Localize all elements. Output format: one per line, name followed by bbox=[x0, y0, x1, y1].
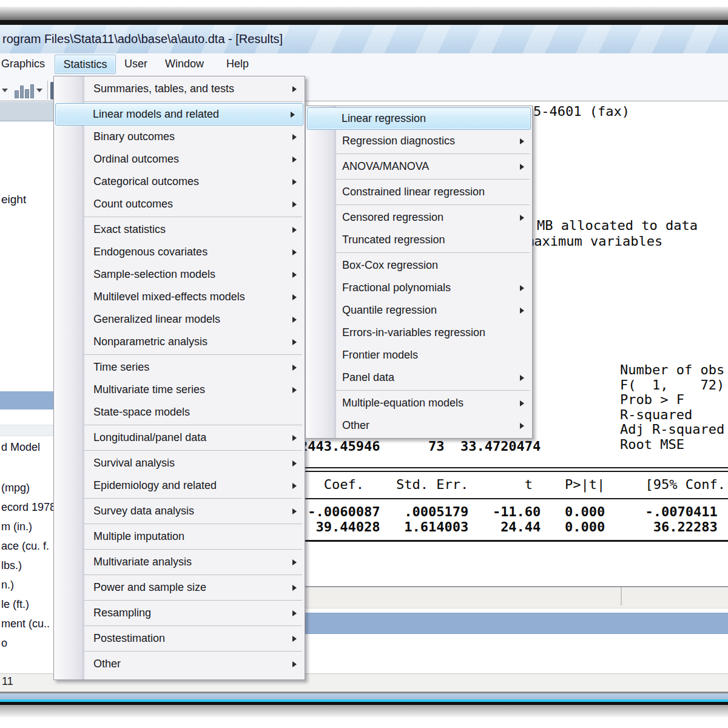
menu-item-other[interactable]: Other bbox=[54, 653, 305, 675]
menu-item-label: State-space models bbox=[93, 406, 190, 419]
menu-item-label: Linear models and related bbox=[93, 108, 219, 121]
menu-item-exact-statistics[interactable]: Exact statistics bbox=[54, 218, 305, 241]
menu-item-label: Nonparametric analysis bbox=[93, 335, 207, 348]
menu-item-sample-selection-models[interactable]: Sample-selection models bbox=[54, 263, 305, 286]
menu-item-time-series[interactable]: Time series bbox=[54, 356, 305, 379]
variable-label-row[interactable]: o bbox=[0, 633, 61, 653]
dropdown-caret-icon[interactable] bbox=[2, 89, 8, 92]
menu-item-power-and-sample-size[interactable]: Power and sample size bbox=[54, 576, 305, 599]
menu-item-censored-regression[interactable]: Censored regression bbox=[306, 206, 532, 229]
menu-item-epidemiology-and-related[interactable]: Epidemiology and related bbox=[54, 474, 305, 497]
menu-item-generalized-linear-models[interactable]: Generalized linear models bbox=[54, 308, 305, 331]
submenu-arrow-icon bbox=[292, 201, 297, 207]
submenu-arrow-icon bbox=[292, 435, 297, 441]
submenu-arrow-icon bbox=[520, 285, 524, 291]
coef-row: -.0060087 .0005179 -11.60 0.000 -.007041… bbox=[300, 504, 718, 519]
menu-item-ordinal-outcomes[interactable]: Ordinal outcomes bbox=[54, 148, 305, 170]
command-frame-divider bbox=[621, 587, 622, 605]
menu-item-label: Count outcomes bbox=[93, 198, 173, 211]
menu-item-panel-data[interactable]: Panel data bbox=[306, 366, 532, 389]
menubar-item-window[interactable]: Window bbox=[165, 53, 204, 75]
results-coef-header: Coef. Std. Err. t P>|t| [95% Conf. bbox=[300, 477, 726, 492]
fit-stat-line: Root MSE bbox=[620, 437, 724, 453]
menubar-item-help[interactable]: Help bbox=[226, 53, 249, 75]
menu-item-regression-diagnostics[interactable]: Regression diagnostics bbox=[306, 130, 532, 152]
menu-item-longitudinal-panel-data[interactable]: Longitudinal/panel data bbox=[54, 426, 305, 449]
menu-item-frontier-models[interactable]: Frontier models bbox=[306, 344, 532, 366]
menu-item-label: Generalized linear models bbox=[93, 313, 220, 326]
menubar-item-statistics[interactable]: Statistics bbox=[55, 55, 116, 74]
submenu-arrow-icon bbox=[520, 423, 524, 429]
fit-stat-line: Number of obs bbox=[620, 363, 724, 378]
chart-dropdown-caret-icon[interactable] bbox=[36, 89, 42, 92]
variable-label-row[interactable]: ace (cu. f. bbox=[0, 536, 61, 556]
bar-chart-icon[interactable] bbox=[15, 84, 34, 98]
variable-label-row[interactable]: ment (cu.. bbox=[0, 614, 61, 633]
variable-label-row[interactable]: ecord 1978 bbox=[0, 497, 61, 517]
results-fax-line: 5-4601 (fax) bbox=[533, 104, 630, 119]
menu-item-multiple-equation-models[interactable]: Multiple-equation models bbox=[306, 392, 532, 414]
menu-item-label: Multivariate time series bbox=[93, 383, 205, 396]
variable-label-row[interactable]: n.) bbox=[0, 575, 61, 595]
variable-label-row[interactable]: lbs.) bbox=[0, 556, 61, 575]
menu-item-label: Longitudinal/panel data bbox=[93, 431, 206, 444]
menubar-item-graphics[interactable]: Graphics bbox=[1, 53, 45, 75]
menu-item-label: Survey data analysis bbox=[93, 505, 194, 517]
menu-item-quantile-regression[interactable]: Quantile regression bbox=[306, 299, 532, 322]
menu-item-survival-analysis[interactable]: Survival analysis bbox=[54, 452, 305, 474]
submenu-arrow-icon bbox=[520, 138, 524, 144]
menu-item-resampling[interactable]: Resampling bbox=[54, 602, 305, 624]
menu-item-label: Linear regression bbox=[342, 112, 426, 125]
menu-item-nonparametric-analysis[interactable]: Nonparametric analysis bbox=[54, 331, 305, 353]
menu-item-label: Censored regression bbox=[342, 211, 443, 224]
menu-item-label: Fractional polynomials bbox=[342, 281, 451, 294]
submenu-arrow-icon bbox=[292, 249, 297, 255]
menu-item-linear-models-and-related[interactable]: Linear models and related bbox=[55, 103, 303, 126]
fit-stat-line: Prob > F bbox=[620, 393, 724, 408]
menu-item-multiple-imputation[interactable]: Multiple imputation bbox=[54, 525, 305, 548]
menu-item-label: ANOVA/MANOVA bbox=[342, 160, 429, 173]
menu-item-state-space-models[interactable]: State-space models bbox=[54, 401, 305, 423]
window-bottom-edge-blue bbox=[0, 693, 728, 699]
menubar-item-user[interactable]: User bbox=[124, 53, 147, 75]
menu-item-count-outcomes[interactable]: Count outcomes bbox=[54, 193, 305, 215]
menu-item-label: Errors-in-variables regression bbox=[342, 326, 485, 339]
menu-item-constrained-linear-regression[interactable]: Constrained linear regression bbox=[306, 181, 532, 203]
variable-label-row[interactable]: m (in.) bbox=[0, 517, 61, 536]
menu-item-label: Regression diagnostics bbox=[342, 135, 455, 147]
statistics-menu: Summaries, tables, and testsLinear model… bbox=[53, 76, 305, 680]
menu-item-linear-regression[interactable]: Linear regression bbox=[307, 107, 531, 130]
menu-item-multivariate-time-series[interactable]: Multivariate time series bbox=[54, 379, 305, 401]
properties-item-model[interactable]: d Model bbox=[1, 441, 40, 454]
menu-item-summaries-tables-and-tests[interactable]: Summaries, tables, and tests bbox=[54, 78, 305, 100]
menu-item-label: Survival analysis bbox=[93, 457, 175, 470]
menu-item-anova-manova[interactable]: ANOVA/MANOVA bbox=[306, 155, 532, 178]
menu-item-label: Multilevel mixed-effects models bbox=[93, 291, 245, 303]
submenu-arrow-icon bbox=[292, 460, 297, 467]
variables-selected-row[interactable] bbox=[0, 391, 53, 410]
submenu-arrow-icon bbox=[292, 559, 297, 565]
menu-item-categorical-outcomes[interactable]: Categorical outcomes bbox=[54, 170, 305, 193]
variable-name-weight[interactable]: eight bbox=[1, 193, 26, 206]
variable-label-row[interactable]: le (ft.) bbox=[0, 595, 61, 614]
menu-item-label: Quantile regression bbox=[342, 304, 437, 317]
menu-item-label: Box-Cox regression bbox=[342, 259, 438, 272]
menu-item-box-cox-regression[interactable]: Box-Cox regression bbox=[306, 254, 532, 277]
menu-item-truncated-regression[interactable]: Truncated regression bbox=[306, 229, 532, 251]
menu-item-endogenous-covariates[interactable]: Endogenous covariates bbox=[54, 241, 305, 263]
results-anova-total-row: 2443.45946 73 33.4720474 bbox=[300, 439, 541, 454]
titlebar: rogram Files\Stata11\ado\base\a\auto.dta… bbox=[0, 25, 728, 53]
menu-item-other[interactable]: Other bbox=[306, 414, 532, 437]
menu-item-errors-in-variables-regression[interactable]: Errors-in-variables regression bbox=[306, 322, 532, 344]
results-fit-stats: Number of obsF( 1, 72)Prob > FR-squaredA… bbox=[620, 363, 724, 452]
menu-item-multivariate-analysis[interactable]: Multivariate analysis bbox=[54, 551, 305, 573]
menu-item-survey-data-analysis[interactable]: Survey data analysis bbox=[54, 500, 305, 522]
menu-item-binary-outcomes[interactable]: Binary outcomes bbox=[54, 126, 305, 148]
menu-item-postestimation[interactable]: Postestimation bbox=[54, 627, 305, 650]
menu-item-multilevel-mixed-effects-models[interactable]: Multilevel mixed-effects models bbox=[54, 286, 305, 308]
variable-label-row[interactable]: (mpg) bbox=[0, 478, 61, 497]
submenu-arrow-icon bbox=[292, 179, 297, 185]
menu-item-fractional-polynomials[interactable]: Fractional polynomials bbox=[306, 277, 532, 299]
menu-item-label: Postestimation bbox=[93, 632, 165, 645]
submenu-arrow-icon bbox=[520, 375, 524, 381]
